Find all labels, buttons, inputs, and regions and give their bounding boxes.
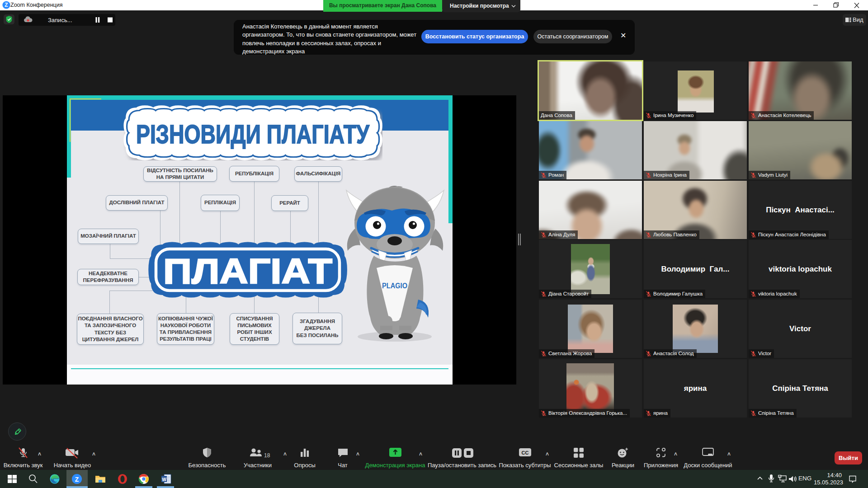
svg-text:W: W	[162, 477, 166, 482]
svg-text:PLAGIO: PLAGIO	[382, 282, 407, 290]
svg-text:ПЛАГІАТ: ПЛАГІАТ	[163, 251, 332, 291]
svg-text:РІЗНОВИДИ ПЛАГІАТУ: РІЗНОВИДИ ПЛАГІАТУ	[136, 120, 369, 149]
svg-text:CC: CC	[522, 450, 529, 455]
svg-text:Z: Z	[5, 2, 8, 8]
svg-text:Z: Z	[75, 476, 79, 483]
